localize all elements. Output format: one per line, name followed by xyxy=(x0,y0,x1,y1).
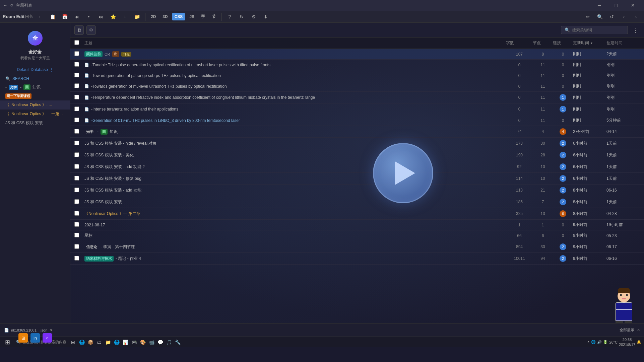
table-row[interactable]: 频斜波前 OR 出 THz 107 8 0 刚刚 2天前 xyxy=(70,49,644,60)
calendar-button[interactable]: 📅 xyxy=(59,11,70,22)
taskbar-icon-7[interactable]: 🎮 xyxy=(130,338,138,346)
row-checkbox[interactable] xyxy=(74,129,79,134)
sidebar-item-jscss[interactable]: JS 和 CSS 模块 安装 xyxy=(0,119,70,128)
row-checkbox[interactable] xyxy=(74,244,79,249)
taskbar-icon-11[interactable]: 🎵 xyxy=(165,338,173,346)
table-row[interactable]: 📄 -Towards generation of mJ-level ultras… xyxy=(70,81,644,92)
table-row[interactable]: 《Nonlinear Optics 》— 第二章 325 13 6 8小时前 0… xyxy=(70,208,644,220)
status-close-x[interactable]: ✕ xyxy=(637,328,640,332)
row-checkbox[interactable] xyxy=(74,222,79,227)
sidebar-item-optics[interactable]: - 光学 - 圓 知识 xyxy=(0,83,70,92)
header-updated[interactable]: 更新时间 ▼ xyxy=(573,40,606,46)
row-checkbox[interactable] xyxy=(74,118,79,122)
search-input[interactable] xyxy=(572,28,624,32)
sidebar-item-search[interactable]: 🔍 SEARCH xyxy=(0,75,70,83)
database-more-icon[interactable]: ⋮ xyxy=(49,67,53,72)
table-row[interactable]: 📄 -Temperature dependent refractive inde… xyxy=(70,92,644,103)
row-checkbox[interactable] xyxy=(74,51,79,56)
delete-button[interactable]: 🗑 xyxy=(74,25,84,35)
last-button[interactable]: ⏭ xyxy=(95,11,106,22)
folder-button[interactable]: 📁 xyxy=(132,11,142,22)
table-row[interactable]: 📄 -Intense terahertz radiation and their… xyxy=(70,103,644,115)
header-words[interactable]: 字数 xyxy=(506,40,533,46)
table-row[interactable]: 纳米材料与技术 - 题记 - 作业 4 10011 94 2 9小时前 06-1… xyxy=(70,253,644,265)
help-button[interactable]: ? xyxy=(224,11,235,22)
sidebar-item-nonlinear2[interactable]: 《 Nonlinear Optics 》— 一第... xyxy=(0,110,70,119)
row-checkbox[interactable] xyxy=(74,152,79,157)
table-row[interactable]: 📄 -Toward generation of μJ range sub-ps … xyxy=(70,70,644,81)
first-button[interactable]: ⏮ xyxy=(71,11,82,22)
row-checkbox[interactable] xyxy=(74,211,79,216)
table-row[interactable]: JS 和 CSS 模块 安装 - hide / reveal 对象 173 30… xyxy=(70,138,644,149)
row-checkbox[interactable] xyxy=(74,176,79,180)
css-button[interactable]: CSS xyxy=(172,13,186,20)
database-row[interactable]: Default Database ⋮ xyxy=(0,66,70,75)
header-created[interactable]: 创建时间 xyxy=(606,40,640,46)
sidebar-item-nonlinear1[interactable]: 《 Nonlinear Optics 》- ... xyxy=(0,100,70,110)
volume-icon[interactable]: 🔊 xyxy=(597,340,602,344)
sidebar-item-course[interactable]: 研一下学期课程 xyxy=(0,92,70,100)
header-title[interactable]: 主题 xyxy=(84,40,506,46)
row-checkbox[interactable] xyxy=(74,141,79,145)
network-icon[interactable]: 🌐 xyxy=(591,340,596,344)
row-checkbox[interactable] xyxy=(74,164,79,169)
table-row[interactable]: JS 和 CSS 模块 安装 185 7 2 8小时前 1天前 xyxy=(70,196,644,208)
row-checkbox[interactable] xyxy=(74,256,79,261)
taskbar-icon-10[interactable]: 💬 xyxy=(156,338,164,346)
refresh-button[interactable]: ↻ xyxy=(236,11,247,22)
row-checkbox[interactable] xyxy=(74,83,79,88)
row-checkbox[interactable] xyxy=(74,106,79,111)
table-row[interactable]: 📄 -Generation of 019-mJ THz pulses in Li… xyxy=(70,115,644,126)
maximize-button[interactable]: □ xyxy=(608,0,624,11)
row-checkbox[interactable] xyxy=(74,188,79,192)
row-checkbox[interactable] xyxy=(74,62,79,67)
add-button[interactable]: + xyxy=(120,11,130,22)
search-button[interactable]: 🔍 xyxy=(594,11,605,22)
notification-icon[interactable]: 🔔 xyxy=(637,340,641,344)
star-button[interactable]: ⭐ xyxy=(108,11,118,22)
display-all-button[interactable]: 全部显示 xyxy=(620,328,634,333)
taskbar-clock[interactable]: 20:58 2021/8/17 xyxy=(619,337,635,347)
table-row[interactable]: 光学 - 圓 知识 74 4 4 27分钟前 04-14 xyxy=(70,126,644,138)
taskbar-icon-5[interactable]: 🌐 xyxy=(113,338,121,346)
row-checkbox[interactable] xyxy=(74,95,79,99)
table-row[interactable]: 星标 66 6 0 9小时前 05-23 xyxy=(70,230,644,241)
title-bar-back-icon[interactable]: ← xyxy=(3,3,7,8)
header-checkbox[interactable] xyxy=(74,40,84,46)
more-button[interactable]: ⋮ xyxy=(631,25,640,35)
settings2-button[interactable]: ⚙ xyxy=(86,25,96,35)
row-checkbox[interactable] xyxy=(74,199,79,204)
edit-button[interactable]: ✏ xyxy=(582,11,593,22)
table-row[interactable]: JS 和 CSS 模块 安装 - 修复 bug 114 10 2 6小时前 1天… xyxy=(70,173,644,185)
close-button[interactable]: ✕ xyxy=(625,0,641,11)
font-button[interactable]: 字 xyxy=(198,12,208,21)
center-button[interactable]: • xyxy=(83,11,94,22)
header-nodes[interactable]: 节点 xyxy=(533,40,553,46)
next-button[interactable]: › xyxy=(631,11,641,22)
minimize-button[interactable]: ─ xyxy=(592,0,607,11)
arrow-up-icon[interactable]: ∧ xyxy=(587,340,590,344)
3d-button[interactable]: 3D xyxy=(160,13,170,20)
table-row[interactable]: 2021-08-17 1 1 0 9小时前 19小时前 xyxy=(70,220,644,230)
search-box[interactable]: 🔍 xyxy=(561,26,628,34)
copy-button[interactable]: 📋 xyxy=(47,11,58,22)
settings-button[interactable]: ⚙ xyxy=(248,11,259,22)
header-links[interactable]: 链接 xyxy=(553,40,573,46)
row-checkbox[interactable] xyxy=(74,73,79,77)
table-row[interactable]: JS 和 CSS 模块 安装 - add 功能 113 21 2 8小时前 06… xyxy=(70,185,644,196)
download-button[interactable]: ⬇ xyxy=(260,11,271,22)
table-row[interactable]: JS 和 CSS 模块 安装 - 美化 190 28 2 6小时前 1天前 xyxy=(70,149,644,161)
table-row[interactable]: 信息论 - 李寅 - 第十四节课 894 30 2 9小时前 06-17 xyxy=(70,241,644,253)
taskbar-icon-3[interactable]: 🗂 xyxy=(95,338,103,346)
undo-button[interactable]: ↺ xyxy=(606,11,617,22)
taskbar-icon-1[interactable]: 🌐 xyxy=(78,338,86,346)
js-button[interactable]: JS xyxy=(187,13,197,20)
row-checkbox[interactable] xyxy=(74,233,79,237)
taskbar-icon-12[interactable]: 🔧 xyxy=(174,338,182,346)
table-row[interactable]: 📄 -Tunable THz pulse generation by optic… xyxy=(70,60,644,70)
taskbar-icon-4[interactable]: 📁 xyxy=(104,338,112,346)
title-bar-refresh-icon[interactable]: ↻ xyxy=(10,3,13,8)
taskbar-icon-9[interactable]: 📹 xyxy=(147,338,155,346)
table-row[interactable]: JS 和 CSS 模块 安装 - add 功能 2 92 10 2 6小时前 1… xyxy=(70,161,644,173)
prev-button[interactable]: ‹ xyxy=(619,11,629,22)
